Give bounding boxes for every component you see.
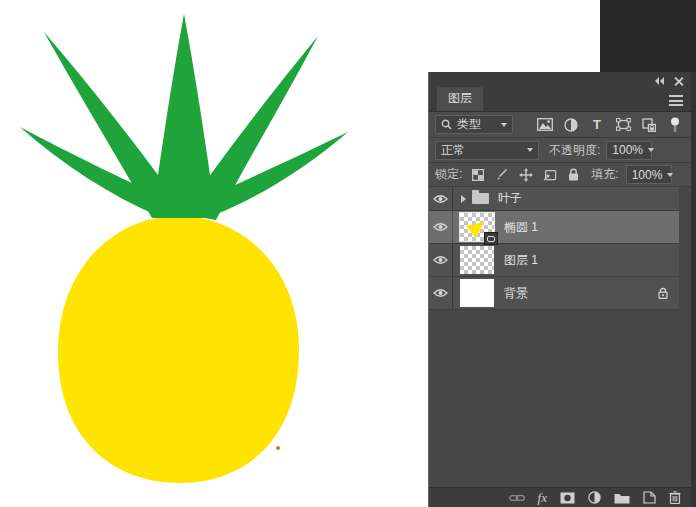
- visibility-eye-icon[interactable]: [429, 187, 453, 210]
- filter-type-label: 类型: [457, 116, 496, 133]
- layers-panel: 图层 类型 T 正常: [428, 72, 696, 507]
- layer-name[interactable]: 图层 1: [504, 252, 538, 269]
- pineapple-leaves: [20, 14, 348, 220]
- visibility-eye-icon[interactable]: [429, 211, 453, 243]
- search-icon: [441, 119, 452, 130]
- chevron-down-icon: [648, 148, 654, 152]
- new-group-icon[interactable]: [614, 490, 630, 506]
- tab-layers[interactable]: 图层: [437, 87, 483, 111]
- visibility-eye-icon[interactable]: [429, 244, 453, 276]
- fill-input[interactable]: 100%: [626, 165, 672, 184]
- background-lock-icon[interactable]: [658, 287, 668, 299]
- layer-row-group-leaves[interactable]: 叶子: [429, 187, 679, 211]
- new-adjustment-layer-icon[interactable]: [588, 490, 601, 506]
- pixel-layer-filter-icon[interactable]: [535, 116, 555, 134]
- chevron-down-icon: [667, 173, 673, 177]
- layer-row-ellipse-1[interactable]: 椭圆 1: [429, 211, 679, 244]
- lock-transparent-pixels-icon[interactable]: [469, 167, 486, 183]
- blend-bar: 正常 不透明度: 100%: [429, 138, 691, 163]
- lock-artboard-icon[interactable]: [541, 167, 558, 183]
- layer-name[interactable]: 叶子: [498, 190, 522, 207]
- pineapple-drawing: [0, 0, 380, 500]
- layer-list: 叶子 椭圆 1 图层 1 背景: [429, 187, 691, 487]
- filter-bar: 类型 T: [429, 112, 691, 138]
- layer-filter-toggle-icon[interactable]: [665, 116, 685, 134]
- pineapple-speck: [276, 446, 280, 450]
- chevron-down-icon: [501, 123, 507, 127]
- opacity-label: 不透明度:: [549, 142, 600, 159]
- app-background-corner: [600, 0, 696, 72]
- lock-all-icon[interactable]: [565, 167, 582, 183]
- new-layer-icon[interactable]: [643, 490, 656, 506]
- lock-image-pixels-icon[interactable]: [493, 167, 510, 183]
- group-expander-chevron-icon[interactable]: [461, 195, 466, 203]
- shape-layer-filter-icon[interactable]: [613, 116, 633, 134]
- lock-position-icon[interactable]: [517, 167, 534, 183]
- collapse-panel-icon[interactable]: [655, 77, 664, 85]
- add-layer-mask-icon[interactable]: [560, 490, 575, 506]
- fill-value: 100%: [632, 168, 663, 182]
- link-layers-icon[interactable]: [509, 490, 525, 506]
- opacity-input[interactable]: 100%: [606, 141, 652, 160]
- lock-label: 锁定:: [435, 166, 462, 183]
- adjustment-layer-filter-icon[interactable]: [561, 116, 581, 134]
- opacity-value: 100%: [612, 143, 643, 157]
- shape-layer-badge-icon: [484, 232, 498, 245]
- layer-row-layer-1[interactable]: 图层 1: [429, 244, 679, 277]
- pineapple-body: [58, 216, 299, 483]
- fill-label: 填充:: [591, 166, 618, 183]
- layer-name[interactable]: 椭圆 1: [504, 219, 538, 236]
- layer-style-fx-icon[interactable]: fx: [538, 490, 547, 506]
- layer-thumbnail[interactable]: [460, 246, 494, 274]
- panel-bottom-toolbar: fx: [429, 487, 691, 507]
- close-panel-icon[interactable]: [674, 77, 683, 86]
- panel-menu-icon[interactable]: [669, 95, 683, 106]
- layer-row-background[interactable]: 背景: [429, 277, 679, 310]
- group-folder-icon: [472, 193, 489, 204]
- layer-thumbnail[interactable]: [460, 213, 494, 241]
- layer-name[interactable]: 背景: [504, 285, 528, 302]
- delete-layer-trash-icon[interactable]: [669, 490, 681, 506]
- blend-mode-value: 正常: [441, 142, 522, 159]
- lock-bar: 锁定: 填充: 100%: [429, 163, 691, 187]
- visibility-eye-icon[interactable]: [429, 277, 453, 309]
- filter-type-dropdown[interactable]: 类型: [435, 115, 513, 134]
- layer-thumbnail[interactable]: [460, 279, 494, 307]
- chevron-down-icon: [527, 148, 533, 152]
- smart-object-filter-icon[interactable]: [639, 116, 659, 134]
- panel-tabbar: 图层: [429, 90, 691, 112]
- blend-mode-dropdown[interactable]: 正常: [435, 141, 539, 160]
- type-layer-filter-icon[interactable]: T: [587, 116, 607, 134]
